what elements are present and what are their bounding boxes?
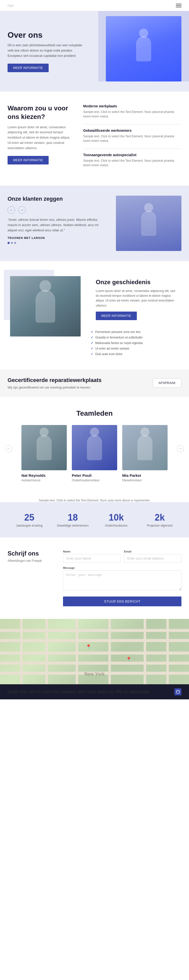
nat-role: Autotechnicus <box>21 479 67 482</box>
peter-name: Peter Pouli <box>72 473 117 477</box>
team-heading: Teamleden <box>8 409 181 417</box>
history-text-box: Onze geschiedenis Lorem ipsum dolor sit … <box>91 274 181 325</box>
hero-cta-button[interactable]: MEER INFORMATIE <box>8 64 49 72</box>
stat-services: 10k Onderhoudsures <box>94 512 138 527</box>
certified-text: Gecertificeerde reparatiewerkplaats Wij … <box>8 377 102 389</box>
message-input[interactable] <box>63 570 181 590</box>
history-feature-2: ✓Gravida in fermentum et sollicitudin <box>91 335 181 340</box>
team-prev-button[interactable]: ← <box>5 445 12 452</box>
stat-experience-number: 25 <box>8 512 51 523</box>
team-member-peter: Peter Pouli Onderhoudsmonteur <box>72 425 117 482</box>
map-road-v5 <box>144 619 146 684</box>
map-road-4 <box>0 662 189 665</box>
history-body: Lorem ipsum dolor sit amet, consectetur … <box>96 289 176 308</box>
history-feature-1: ✓Fermentum posuere urna nec tinc <box>91 329 181 335</box>
why-feature-2-title: Gekwalificeerde werknemers <box>83 129 181 132</box>
team-member-mia: Mia Parker Dieselmonteur <box>122 425 168 482</box>
stat-projects-label: Projecten afgerond <box>138 524 182 527</box>
hero-content: Over ons Dit is een zeer plichtsbewusthe… <box>8 30 88 72</box>
hero-title: Over ons <box>8 30 88 40</box>
email-input[interactable] <box>124 554 181 563</box>
map-road-v4 <box>108 619 111 684</box>
navbar: logo <box>0 0 189 11</box>
certified-heading: Gecertificeerde reparatiewerkplaats <box>8 377 102 383</box>
map-pin-2: 📍 <box>126 657 131 662</box>
why-feature-1-title: Moderne werkplaats <box>83 104 181 108</box>
mia-name: Mia Parker <box>122 473 168 477</box>
contact-heading: Schrijf ons <box>8 550 53 557</box>
message-label: Message <box>63 566 181 570</box>
footer-icon <box>175 688 181 695</box>
certified-section: Gecertificeerde reparatiewerkplaats Wij … <box>0 369 189 397</box>
stat-projects-number: 2k <box>138 512 182 523</box>
history-features-list: ✓Fermentum posuere urna nec tinc ✓Gravid… <box>91 329 181 357</box>
map-road-3 <box>0 652 189 655</box>
team-section: Teamleden ← Nat Reynolds Autotechnicus P… <box>0 397 189 495</box>
why-body: Lorem ipsum dolor sit amet, consectetur … <box>8 125 73 151</box>
testimonials-arrows: ← → <box>8 206 108 214</box>
dot-1[interactable] <box>8 242 10 244</box>
team-member-nat: Nat Reynolds Autotechnicus <box>21 425 67 482</box>
stats-section: 25 Jaarlangse ervaring 18 Geweldige werk… <box>0 502 189 538</box>
team-next-button[interactable]: → <box>177 445 184 452</box>
prev-testimonial-button[interactable]: ← <box>8 206 15 214</box>
next-testimonial-button[interactable]: → <box>18 206 26 214</box>
stat-experience-label: Jaarlangse ervaring <box>8 524 51 527</box>
history-content: Onze geschiedenis Lorem ipsum dolor sit … <box>91 274 181 357</box>
stat-services-number: 10k <box>94 512 138 523</box>
why-feature-3-desc: Sample text. Click to select the Text El… <box>83 158 181 167</box>
svg-rect-0 <box>176 690 179 693</box>
why-right: Moderne werkplaats Sample text. Click to… <box>83 104 181 173</box>
map-pin-1: 📍 <box>86 644 91 649</box>
history-more-button[interactable]: MEER INFORMATIE <box>96 312 137 320</box>
form-name-email-row: Name Email <box>63 550 181 566</box>
mechanic-silhouette-2 <box>141 211 156 236</box>
nat-photo <box>21 425 67 470</box>
why-feature-2: Gekwalificeerde werknemers Sample text. … <box>83 129 181 143</box>
mia-photo <box>122 425 168 470</box>
message-group: Message <box>63 566 181 592</box>
name-input[interactable] <box>63 554 120 563</box>
testimonials-heading: Onze klanten zeggen <box>8 196 108 202</box>
map-road-v2 <box>45 619 48 684</box>
testimonials-image <box>116 196 181 251</box>
hamburger-button[interactable] <box>176 4 181 7</box>
why-heading: Waarom zou u voor ons kiezen? <box>8 104 73 121</box>
why-feature-3-title: Toonaangevende autospecialist <box>83 153 181 157</box>
dot-3[interactable] <box>14 242 16 244</box>
stat-workers-number: 18 <box>51 512 95 523</box>
history-heading: Onze geschiedenis <box>96 278 176 286</box>
why-feature-3: Toonaangevende autospecialist Sample tex… <box>83 153 181 167</box>
peter-role: Onderhoudsmonteur <box>72 479 117 482</box>
map-road-v6 <box>166 619 169 684</box>
why-more-button[interactable]: MEER INFORMATIE <box>8 156 49 164</box>
testimonials-dots <box>8 242 108 244</box>
contact-left: Schrijf ons Afbeeldingen van Freepik <box>8 550 63 606</box>
map-background: 📍 📍 New York <box>0 619 189 684</box>
history-feature-5: ✓Duis aute irure dolor <box>91 351 181 357</box>
certified-button[interactable]: AFSPRAAK <box>153 379 181 388</box>
map-road-v1 <box>20 619 23 684</box>
testimonials-section: Onze klanten zeggen ← → "Amet, ultrices … <box>0 186 189 261</box>
email-group: Email <box>124 550 181 563</box>
why-feature-1: Moderne werkplaats Sample text. Click to… <box>83 104 181 119</box>
hero-section: Over ons Dit is een zeer plichtsbewusthe… <box>0 11 189 92</box>
stat-services-label: Onderhoudsures <box>94 524 138 527</box>
why-feature-1-desc: Sample text. Click to select the Text El… <box>83 110 181 119</box>
dot-2[interactable] <box>11 242 13 244</box>
contact-subtext: Afbeeldingen van Freepik <box>8 559 53 563</box>
submit-button[interactable]: STUUR EEN BERICHT <box>63 597 181 606</box>
stat-projects: 2k Projecten afgerond <box>138 512 182 527</box>
stat-workers-label: Geweldige werknemers <box>51 524 95 527</box>
stats-top-label: Sample text. Click to select the Text El… <box>0 495 189 502</box>
mechanic-silhouette-3 <box>35 290 55 323</box>
mia-role: Dieselmonteur <box>122 479 168 482</box>
name-label: Name <box>63 550 120 553</box>
stat-experience: 25 Jaarlangse ervaring <box>8 512 51 527</box>
team-grid: ← Nat Reynolds Autotechnicus Peter Pouli… <box>8 425 181 482</box>
logo: logo <box>8 3 14 7</box>
certified-body: Wij zijn gecertificeerd om uw voertuig p… <box>8 385 102 389</box>
map-city-label: New York <box>85 671 104 677</box>
map-section: 📍 📍 New York <box>0 619 189 684</box>
testimonials-left: Onze klanten zeggen ← → "Amet, ultrices … <box>8 196 116 251</box>
